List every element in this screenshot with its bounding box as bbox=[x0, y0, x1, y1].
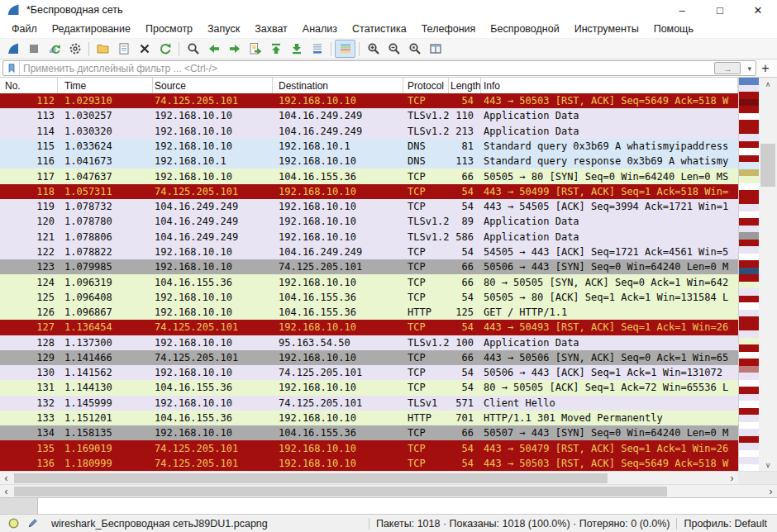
cell-info: 443 → 50499 [RST, ACK] Seq=1 Ack=518 Win… bbox=[481, 186, 738, 197]
packet-row-112[interactable]: 1121.02931074.125.205.101192.168.10.10TC… bbox=[0, 93, 738, 108]
profile-indicator[interactable]: Профиль: Default bbox=[684, 518, 767, 530]
cell-destination: 192.168.10.10 bbox=[273, 458, 403, 469]
vertical-scrollbar-thumb[interactable] bbox=[760, 144, 775, 187]
cell-time: 1.141466 bbox=[58, 352, 153, 363]
go-forward-button[interactable] bbox=[224, 40, 245, 58]
packet-row-117[interactable]: 1171.047637192.168.10.10104.16.155.36TCP… bbox=[0, 169, 738, 183]
go-back-button[interactable] bbox=[203, 40, 224, 58]
cell-destination: 192.168.10.10 bbox=[273, 352, 403, 363]
minimize-button[interactable]: – bbox=[663, 0, 701, 20]
cell-no: 128 bbox=[0, 337, 58, 349]
packet-row-130[interactable]: 1301.141562192.168.10.1074.125.205.101TC… bbox=[0, 365, 738, 380]
packet-row-125[interactable]: 1251.096408192.168.10.10104.16.155.36TCP… bbox=[0, 290, 738, 305]
packet-row-129[interactable]: 1291.14146674.125.205.101192.168.10.10TC… bbox=[0, 350, 738, 365]
scroll-right-arrow-icon[interactable]: › bbox=[765, 485, 777, 497]
open-file-button[interactable] bbox=[93, 40, 113, 58]
packet-row-121[interactable]: 1211.078806104.16.249.249192.168.10.10TL… bbox=[0, 230, 738, 245]
packet-row-119[interactable]: 1191.078732104.16.249.249192.168.10.10TC… bbox=[0, 199, 738, 214]
scroll-left-arrow-icon[interactable]: ‹ bbox=[0, 485, 12, 497]
menu-item-edit[interactable]: Редактирование bbox=[45, 23, 138, 35]
capture-options-button[interactable] bbox=[64, 40, 85, 58]
packet-row-123[interactable]: 1231.079985192.168.10.1074.125.205.101TC… bbox=[0, 259, 738, 274]
packet-row-120[interactable]: 1201.078780104.16.249.249192.168.10.10TL… bbox=[0, 214, 738, 229]
add-filter-button-button[interactable]: + bbox=[756, 61, 775, 76]
zoom-out-button[interactable] bbox=[384, 40, 404, 58]
filter-dropdown-caret-icon[interactable]: ▾ bbox=[743, 64, 756, 73]
menu-item-capture[interactable]: Захват bbox=[247, 23, 295, 35]
cell-protocol: TCP bbox=[403, 443, 449, 454]
column-header-info[interactable]: Info bbox=[481, 78, 738, 93]
menu-item-statistics[interactable]: Статистика bbox=[345, 23, 414, 35]
start-capture-button[interactable] bbox=[2, 40, 23, 58]
close-file-button[interactable] bbox=[134, 40, 155, 58]
packet-row-135[interactable]: 1351.16901974.125.205.101192.168.10.10TC… bbox=[0, 440, 738, 455]
horizontal-scrollbar-thumb[interactable] bbox=[14, 487, 667, 496]
close-button[interactable]: ✕ bbox=[739, 0, 777, 20]
packet-row-113[interactable]: 1131.030257192.168.10.10104.16.249.249TL… bbox=[0, 108, 738, 123]
packet-row-132[interactable]: 1321.145999192.168.10.1074.125.205.101TL… bbox=[0, 396, 738, 411]
menu-item-view[interactable]: Просмотр bbox=[138, 23, 200, 35]
column-header-length[interactable]: Length bbox=[449, 78, 481, 93]
go-last-packet-button[interactable] bbox=[286, 40, 307, 58]
vertical-scrollbar[interactable]: ∧ ∨ bbox=[759, 78, 777, 471]
zoom-original-button[interactable] bbox=[404, 40, 425, 58]
stop-capture-button[interactable] bbox=[23, 40, 44, 58]
packet-list-header: No.TimeSourceDestinationProtocolLengthIn… bbox=[0, 78, 738, 93]
auto-scroll-button[interactable] bbox=[307, 40, 327, 58]
scroll-up-arrow-icon[interactable]: ∧ bbox=[759, 78, 777, 90]
resize-columns-button[interactable] bbox=[425, 40, 446, 58]
packet-row-122[interactable]: 1221.078822192.168.10.10104.16.249.249TC… bbox=[0, 245, 738, 259]
zoom-in-button[interactable] bbox=[363, 40, 384, 58]
maximize-button[interactable]: □ bbox=[701, 0, 739, 20]
scroll-right-arrow-icon[interactable]: › bbox=[726, 472, 738, 484]
packet-row-133[interactable]: 1331.151201104.16.155.36192.168.10.10HTT… bbox=[0, 411, 738, 425]
go-first-packet-button[interactable] bbox=[265, 40, 286, 58]
horizontal-scrollbar-thumb[interactable] bbox=[14, 473, 608, 483]
intelligent-scrollbar-minimap[interactable] bbox=[738, 78, 759, 471]
column-header-source[interactable]: Source bbox=[153, 78, 273, 93]
menu-item-tools[interactable]: Инструменты bbox=[567, 23, 646, 35]
save-file-button[interactable] bbox=[113, 40, 134, 58]
scroll-down-arrow-icon[interactable]: ∨ bbox=[759, 458, 777, 471]
packet-row-124[interactable]: 1241.096319104.16.155.36192.168.10.10TCP… bbox=[0, 274, 738, 289]
packet-row-118[interactable]: 1181.05731174.125.205.101192.168.10.10TC… bbox=[0, 184, 738, 199]
restart-capture-button[interactable] bbox=[44, 40, 64, 58]
packet-row-127[interactable]: 1271.13645474.125.205.101192.168.10.10TC… bbox=[0, 320, 738, 335]
expert-info-icon[interactable] bbox=[7, 517, 20, 530]
packet-row-128[interactable]: 1281.137300192.168.10.1095.163.54.50TLSv… bbox=[0, 335, 738, 350]
packet-list-horizontal-scrollbar[interactable]: ‹ › bbox=[0, 471, 738, 484]
go-to-packet-button[interactable] bbox=[245, 40, 265, 58]
cell-info: 50506 → 443 [ACK] Seq=1 Ack=1 Win=131072 bbox=[481, 367, 738, 378]
packet-row-131[interactable]: 1311.144130104.16.155.36192.168.10.10TCP… bbox=[0, 380, 738, 395]
cell-info: 443 → 50503 [RST, ACK] Seq=5649 Ack=518 … bbox=[481, 458, 738, 469]
column-header-protocol[interactable]: Protocol bbox=[403, 78, 449, 93]
column-header-no[interactable]: No. bbox=[0, 78, 58, 93]
lower-horizontal-scrollbar[interactable]: ‹ › bbox=[0, 484, 777, 497]
menu-item-telephony[interactable]: Телефония bbox=[414, 23, 484, 35]
packet-row-116[interactable]: 1161.041673192.168.10.1192.168.10.10DNS1… bbox=[0, 154, 738, 169]
filter-bookmark-icon[interactable] bbox=[3, 61, 20, 75]
zoom-out-icon bbox=[388, 42, 401, 55]
capture-comment-pencil-icon[interactable] bbox=[27, 517, 40, 530]
menu-item-help[interactable]: Помощь bbox=[646, 23, 701, 35]
menu-item-analyze[interactable]: Анализ bbox=[295, 23, 345, 35]
find-packet-button[interactable] bbox=[183, 40, 203, 58]
apply-filter-button[interactable]: → bbox=[714, 62, 741, 74]
reload-file-button[interactable] bbox=[155, 40, 175, 58]
status-bar-right: Пакеты: 1018 · Показаны: 1018 (100.0%) ·… bbox=[362, 515, 777, 532]
menu-item-go[interactable]: Запуск bbox=[200, 23, 247, 35]
display-filter-input[interactable]: → ▾ bbox=[2, 60, 756, 76]
filter-text-field[interactable] bbox=[20, 63, 714, 74]
packet-row-134[interactable]: 1341.158135192.168.10.10104.16.155.36TCP… bbox=[0, 425, 738, 440]
packet-row-114[interactable]: 1141.030320192.168.10.10104.16.249.249TL… bbox=[0, 124, 738, 139]
menu-item-file[interactable]: Файл bbox=[4, 23, 45, 35]
colorize-packets-button[interactable] bbox=[335, 40, 355, 58]
scroll-left-arrow-icon[interactable]: ‹ bbox=[0, 472, 12, 484]
column-header-destination[interactable]: Destination bbox=[273, 78, 403, 93]
column-header-time[interactable]: Time bbox=[58, 78, 153, 93]
packet-row-115[interactable]: 1151.033624192.168.10.10192.168.10.1DNS8… bbox=[0, 139, 738, 154]
packet-row-136[interactable]: 1361.18099974.125.205.101192.168.10.10TC… bbox=[0, 456, 738, 471]
packet-row-126[interactable]: 1261.096867192.168.10.10104.16.155.36HTT… bbox=[0, 305, 738, 320]
menu-item-wireless[interactable]: Беспроводной bbox=[483, 23, 566, 35]
save-file-icon bbox=[117, 42, 131, 55]
